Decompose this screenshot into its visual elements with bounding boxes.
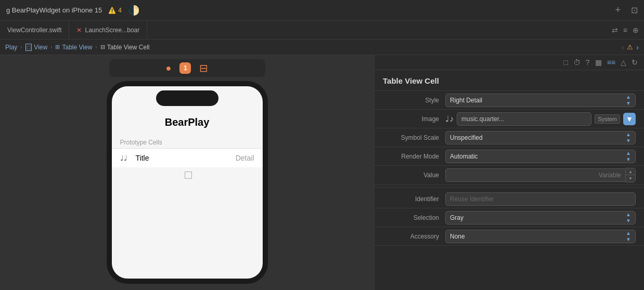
prop-select-selection-arrow: ▲▼ xyxy=(626,212,631,223)
breadcrumb-tableview-label: Table View xyxy=(62,44,92,51)
prop-label-accessory: Accessory xyxy=(383,233,445,240)
breadcrumb-sep-3: › xyxy=(95,44,97,50)
prop-control-value: ▲ ▼ xyxy=(445,168,636,182)
phone-row-detail: Detail xyxy=(236,154,254,162)
phone-section-label: Prototype Cells xyxy=(112,137,263,148)
prop-control-style: Right Detail ▲▼ xyxy=(445,94,636,107)
breadcrumb-prev-button[interactable]: ‹ xyxy=(622,43,624,51)
prop-icon-filter[interactable]: ≡≡ xyxy=(607,58,615,67)
prop-select-selection[interactable]: Gray ▲▼ xyxy=(445,211,636,225)
property-row-identifier: Identifier xyxy=(375,190,644,208)
tab-close-icon: ✕ xyxy=(76,27,82,34)
breadcrumb-nav: ‹ ⚠ › xyxy=(622,43,639,51)
tab-bar: ViewController.swift ✕ LaunchScree...boa… xyxy=(0,21,644,39)
prop-select-render-mode-value: Automatic xyxy=(450,153,626,160)
toolbar-circle-icon[interactable]: ● xyxy=(166,63,172,74)
tab-viewcontroller-label: ViewController.swift xyxy=(7,27,61,34)
prop-image-icon: ♩♪ xyxy=(445,114,454,124)
prop-control-accessory: None ▲▼ xyxy=(445,230,636,243)
property-row-render-mode: Render Mode Automatic ▲▼ xyxy=(375,147,644,166)
prop-control-identifier xyxy=(445,192,636,206)
prop-control-render-mode: Automatic ▲▼ xyxy=(445,150,636,163)
prop-select-symbol-scale[interactable]: Unspecified ▲▼ xyxy=(445,131,636,144)
prop-select-symbol-scale-arrow: ▲▼ xyxy=(626,131,631,143)
breadcrumb-view[interactable]: □ View xyxy=(25,44,47,51)
prop-stepper-buttons: ▲ ▼ xyxy=(626,168,636,182)
prop-control-selection: Gray ▲▼ xyxy=(445,211,636,225)
property-row-accessory: Accessory None ▲▼ xyxy=(375,227,644,246)
prop-label-image: Image xyxy=(383,115,445,123)
appearance-toggle-icon[interactable]: 🌓 xyxy=(128,5,139,16)
breadcrumb-tableview-icon: ⊞ xyxy=(55,44,60,50)
toolbar-badge-icon[interactable]: 1 xyxy=(179,62,191,74)
prop-icon-refresh[interactable]: ↻ xyxy=(632,58,638,67)
panel-toggle-button[interactable]: ⊡ xyxy=(631,5,638,15)
prop-label-value: Value xyxy=(383,172,445,179)
prop-select-style[interactable]: Right Detail ▲▼ xyxy=(445,94,636,107)
prop-select-style-value: Right Detail xyxy=(450,97,626,104)
property-row-value: Value ▲ ▼ xyxy=(375,166,644,185)
prop-select-render-mode-arrow: ▲▼ xyxy=(626,150,631,162)
prop-icon-bar: □ ⏱ ? ▦ ≡≡ △ ↻ xyxy=(375,55,644,70)
prop-control-symbol-scale: Unspecified ▲▼ xyxy=(445,131,636,144)
tab-launchscreen[interactable]: ✕ LaunchScree...boar xyxy=(69,21,147,39)
top-bar: g BearPlayWidget on iPhone 15 ⚠️ 4 🌓 + ⊡ xyxy=(0,0,644,21)
breadcrumb-warning-icon: ⚠ xyxy=(627,43,633,51)
prop-label-selection: Selection xyxy=(383,214,445,221)
prop-image-system-badge: System xyxy=(595,114,620,124)
prop-identifier-input[interactable] xyxy=(445,192,636,206)
breadcrumb-view-label: View xyxy=(34,44,47,51)
phone-row-accessory xyxy=(185,172,192,179)
canvas-toolbar: ● 1 ⊟ xyxy=(0,55,374,79)
prop-image-browse-button[interactable]: ▼ xyxy=(623,113,636,125)
phone-table-row: ♩♩ Title Detail xyxy=(112,148,263,167)
breadcrumb-sep-2: › xyxy=(50,44,52,50)
warning-badge[interactable]: ⚠️ 4 xyxy=(108,7,122,14)
add-tab-button[interactable]: + xyxy=(615,5,621,16)
prop-icon-help[interactable]: ? xyxy=(586,58,590,67)
phone-content: BearPlay Prototype Cells ♩♩ Title Detail xyxy=(112,86,263,279)
prop-icon-file[interactable]: □ xyxy=(563,58,568,67)
tab-viewcontroller[interactable]: ViewController.swift xyxy=(0,21,69,39)
phone-notch xyxy=(156,90,218,106)
prop-select-accessory[interactable]: None ▲▼ xyxy=(445,230,636,243)
align-icon[interactable]: ≡ xyxy=(623,26,627,34)
prop-divider xyxy=(375,187,644,188)
prop-icon-grid[interactable]: ▦ xyxy=(595,58,602,67)
properties-header: Table View Cell xyxy=(375,70,644,91)
window-title: g BearPlayWidget on iPhone 15 xyxy=(6,6,102,14)
warning-count: 4 xyxy=(118,7,122,14)
breadcrumb-next-button[interactable]: › xyxy=(636,43,639,51)
toolbar-square-icon[interactable]: ⊟ xyxy=(199,62,208,74)
prop-label-render-mode: Render Mode xyxy=(383,153,445,160)
phone-mockup: BearPlay Prototype Cells ♩♩ Title Detail xyxy=(107,81,268,284)
prop-stepper-value: ▲ ▼ xyxy=(445,168,636,182)
main-layout: ● 1 ⊟ BearPlay Prototype Cells ♩♩ Title … xyxy=(0,55,644,290)
property-row-style: Style Right Detail ▲▼ xyxy=(375,91,644,110)
swap-icon[interactable]: ⇄ xyxy=(612,26,618,34)
prop-icon-history[interactable]: ⏱ xyxy=(573,58,581,67)
prop-stepper-up-button[interactable]: ▲ xyxy=(626,168,635,175)
canvas-pane: ● 1 ⊟ BearPlay Prototype Cells ♩♩ Title … xyxy=(0,55,375,290)
prop-label-symbol-scale: Symbol Scale xyxy=(383,134,445,141)
prop-image-input[interactable]: music.quarter... xyxy=(457,112,591,126)
prop-control-image: ♩♪ music.quarter... System ▼ xyxy=(445,112,636,126)
breadcrumb-tableview[interactable]: ⊞ Table View xyxy=(55,44,92,51)
phone-row-title: Title xyxy=(136,154,230,162)
prop-select-symbol-scale-value: Unspecified xyxy=(450,134,626,141)
breadcrumb-play[interactable]: Play xyxy=(5,44,17,51)
prop-select-render-mode[interactable]: Automatic ▲▼ xyxy=(445,150,636,163)
warning-icon: ⚠️ xyxy=(108,7,116,14)
prop-select-accessory-value: None xyxy=(450,233,626,240)
prop-value-input[interactable] xyxy=(445,168,626,182)
breadcrumb-view-icon: □ xyxy=(25,44,32,51)
property-row-selection: Selection Gray ▲▼ xyxy=(375,208,644,227)
add-editor-icon[interactable]: ⊕ xyxy=(633,26,639,34)
prop-select-selection-value: Gray xyxy=(450,214,626,221)
property-row-image: Image ♩♪ music.quarter... System ▼ xyxy=(375,110,644,128)
breadcrumb-tableviewcell[interactable]: ⊟ Table View Cell xyxy=(100,44,150,51)
prop-icon-layout[interactable]: △ xyxy=(621,58,626,67)
prop-image-control: ♩♪ music.quarter... System ▼ xyxy=(445,112,636,126)
prop-stepper-down-button[interactable]: ▼ xyxy=(626,175,635,182)
breadcrumb-tableviewcell-label: Table View Cell xyxy=(107,44,150,51)
